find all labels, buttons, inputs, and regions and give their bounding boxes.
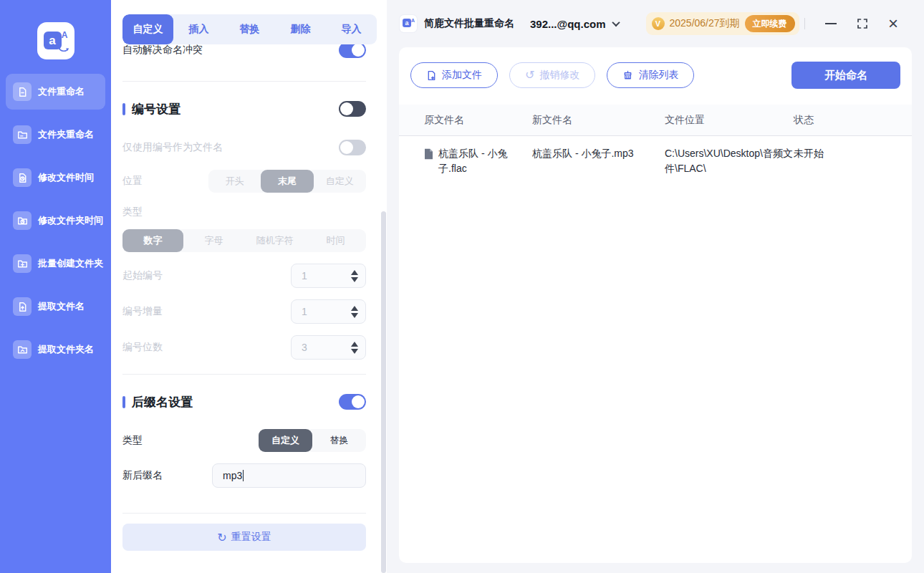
license-expiry: 2025/06/27到期 xyxy=(670,17,740,30)
new-suffix-value: mp3 xyxy=(223,470,242,481)
step-up-icon[interactable] xyxy=(351,342,358,347)
suffix-option-custom[interactable]: 自定义 xyxy=(259,429,312,452)
settings-panel: 自定义 插入 替换 删除 导入 自动解决命名冲突 编号设置 仅使用编号作为文件名… xyxy=(111,0,387,573)
type-option-letter[interactable]: 字母 xyxy=(183,229,244,252)
document-icon xyxy=(424,148,433,160)
increment-row: 编号增量 1 xyxy=(122,299,366,324)
maximize-button[interactable] xyxy=(857,18,868,29)
divider xyxy=(122,513,366,514)
step-up-icon[interactable] xyxy=(351,306,358,311)
location-text: C:\Users\XU\Desktop\音频文件\FLAC\ xyxy=(665,148,793,174)
only-number-toggle[interactable] xyxy=(339,140,366,155)
tab-insert[interactable]: 插入 xyxy=(173,14,224,44)
cell-location: C:\Users\XU\Desktop\音频文件\FLAC\ xyxy=(665,146,794,176)
start-number-label: 起始编号 xyxy=(122,269,163,282)
window-controls: × xyxy=(804,15,898,32)
sidebar-item-extract-file-name[interactable]: 提取文件名 xyxy=(6,289,105,324)
add-files-button[interactable]: 添加文件 xyxy=(410,62,498,88)
tab-import[interactable]: 导入 xyxy=(326,14,377,44)
file-icon xyxy=(13,82,32,101)
sidebar-item-folder-rename[interactable]: 文件夹重命名 xyxy=(6,117,105,153)
table-row[interactable]: 杭盖乐队 - 小兔子.flac 杭盖乐队 - 小兔子.mp3 C:\Users\… xyxy=(399,136,912,189)
vip-medal-icon: V xyxy=(652,17,665,30)
new-name-text: 杭盖乐队 - 小兔子.mp3 xyxy=(532,148,634,159)
cell-new-name: 杭盖乐队 - 小兔子.mp3 xyxy=(532,146,665,161)
add-files-label: 添加文件 xyxy=(442,69,482,82)
clear-list-button[interactable]: 清除列表 xyxy=(607,62,694,88)
folder-plus-icon xyxy=(13,254,32,273)
digits-stepper[interactable]: 3 xyxy=(291,335,366,360)
minimize-button[interactable] xyxy=(825,23,837,24)
close-button[interactable]: × xyxy=(888,15,898,32)
settings-tabbar: 自定义 插入 替换 删除 导入 xyxy=(122,14,377,44)
auto-resolve-conflict-toggle[interactable] xyxy=(339,44,366,58)
increment-value: 1 xyxy=(302,306,307,317)
suffix-section-header: 后缀名设置 xyxy=(122,390,366,413)
sidebar-item-batch-create-folder[interactable]: 批量创建文件夹 xyxy=(6,246,105,281)
settings-scrollbar[interactable] xyxy=(381,211,386,573)
increment-stepper[interactable]: 1 xyxy=(291,299,366,324)
start-number-stepper[interactable]: 1 xyxy=(291,264,366,288)
suffix-toggle[interactable] xyxy=(339,394,366,410)
clipped-row: 自动解决命名冲突 xyxy=(122,44,366,66)
account-menu[interactable]: 392...@qq.com xyxy=(530,18,619,30)
start-rename-button[interactable]: 开始命名 xyxy=(791,62,900,89)
folder-icon xyxy=(13,125,32,144)
section-accent-bar xyxy=(122,103,125,115)
main-area: a A 简鹿文件批量重命名 392...@qq.com V 2025/06/27… xyxy=(387,0,924,573)
number-type-label-row: 类型 xyxy=(122,205,366,219)
app-logo: a A xyxy=(37,22,74,59)
text-cursor xyxy=(243,470,244,481)
app-title: 简鹿文件批量重命名 xyxy=(424,17,514,30)
sidebar-item-extract-folder-name[interactable]: 提取文件夹名 xyxy=(6,332,105,367)
digits-row: 编号位数 3 xyxy=(122,335,366,360)
file-list-card: 添加文件 ↺ 撤销修改 清除列表 开始命名 原文件名 新文件名 文件位置 状态 xyxy=(399,47,912,563)
numbering-toggle[interactable] xyxy=(339,101,366,117)
reset-settings-button[interactable]: ↻ 重置设置 xyxy=(122,524,366,551)
type-option-time[interactable]: 时间 xyxy=(305,229,366,252)
cell-status: 未开始 xyxy=(794,146,912,161)
sidebar-item-file-rename[interactable]: 文件重命名 xyxy=(6,74,105,110)
type-option-random[interactable]: 随机字符 xyxy=(244,229,305,252)
stepper-arrows[interactable] xyxy=(351,270,358,282)
renew-button[interactable]: 立即续费 xyxy=(745,15,795,32)
tab-custom[interactable]: 自定义 xyxy=(122,14,173,44)
suffix-type-segmented: 自定义 替换 xyxy=(259,429,366,452)
suffix-option-replace[interactable]: 替换 xyxy=(312,429,366,452)
reset-icon: ↻ xyxy=(217,531,226,544)
digits-label: 编号位数 xyxy=(122,341,163,354)
sidebar-item-label: 修改文件时间 xyxy=(38,171,94,184)
position-label: 位置 xyxy=(122,175,143,188)
settings-content: 自动解决命名冲突 编号设置 仅使用编号作为文件名 位置 开头 末尾 自定义 类型 xyxy=(111,44,387,551)
digits-value: 3 xyxy=(302,342,307,353)
increment-label: 编号增量 xyxy=(122,305,163,318)
cell-original-name: 杭盖乐队 - 小兔子.flac xyxy=(399,146,532,176)
stepper-arrows[interactable] xyxy=(351,342,358,354)
only-number-label: 仅使用编号作为文件名 xyxy=(122,141,223,154)
type-option-number[interactable]: 数字 xyxy=(122,229,183,252)
sidebar-item-label: 文件夹重命名 xyxy=(38,128,94,141)
sidebar-item-modify-file-time[interactable]: 修改文件时间 xyxy=(6,160,105,196)
tab-replace[interactable]: 替换 xyxy=(224,14,275,44)
step-up-icon[interactable] xyxy=(351,270,358,275)
file-toolbar: 添加文件 ↺ 撤销修改 清除列表 开始命名 xyxy=(399,47,912,89)
position-option-start[interactable]: 开头 xyxy=(208,170,261,193)
original-name-text: 杭盖乐队 - 小兔子.flac xyxy=(438,146,519,176)
step-down-icon[interactable] xyxy=(351,313,358,318)
undo-button[interactable]: ↺ 撤销修改 xyxy=(509,62,595,88)
new-suffix-input[interactable]: mp3 xyxy=(212,463,366,488)
position-option-end[interactable]: 末尾 xyxy=(261,170,313,193)
sidebar-item-modify-folder-time[interactable]: 修改文件夹时间 xyxy=(6,203,105,239)
position-segmented: 开头 末尾 自定义 xyxy=(208,170,366,193)
new-suffix-label: 新后缀名 xyxy=(122,469,163,482)
undo-label: 撤销修改 xyxy=(539,69,579,82)
position-option-custom[interactable]: 自定义 xyxy=(314,170,366,193)
step-down-icon[interactable] xyxy=(351,349,358,354)
header-status: 状态 xyxy=(794,114,912,127)
sidebar-item-label: 批量创建文件夹 xyxy=(38,257,103,270)
tab-delete[interactable]: 删除 xyxy=(275,14,326,44)
app-icon: a A xyxy=(400,15,417,32)
stepper-arrows[interactable] xyxy=(351,306,358,318)
step-down-icon[interactable] xyxy=(351,277,358,282)
divider xyxy=(122,81,366,82)
